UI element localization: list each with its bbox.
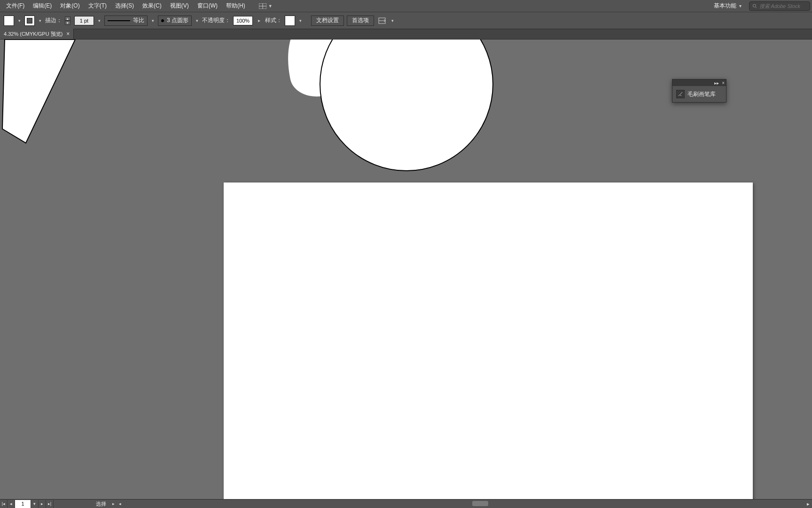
stroke-weight-menu[interactable]: ▾	[97, 16, 102, 26]
last-artboard-button[interactable]: ▸|	[46, 500, 54, 508]
search-icon	[752, 3, 757, 9]
menu-file[interactable]: 文件(F)	[2, 0, 29, 12]
panel-title: 毛刷画笔库	[687, 90, 716, 98]
preferences-button[interactable]: 首选项	[347, 16, 374, 26]
profile-label: 等比	[133, 16, 144, 24]
menu-edit[interactable]: 编辑(E)	[29, 0, 56, 12]
menu-type[interactable]: 文字(T)	[84, 0, 111, 12]
variable-width-profile[interactable]: 等比	[104, 16, 148, 26]
arrange-documents-button[interactable]: ▼	[256, 0, 275, 12]
canvas[interactable]	[0, 40, 812, 499]
status-bar: |◂ ◂ 1 ▾ ▸ ▸| 选择 ▸◂ ▸	[0, 499, 812, 508]
arrange-documents-icon	[259, 3, 266, 9]
document-tab-strip: 4.32% (CMYK/GPU 预览) ×	[0, 29, 812, 40]
opacity-field[interactable]: 100%	[233, 16, 253, 25]
scroll-right-button[interactable]: ▸	[804, 501, 812, 507]
svg-point-3	[753, 4, 756, 7]
brush-library-panel[interactable]: ▸▸ × 毛刷画笔库	[672, 79, 726, 103]
opacity-flyout[interactable]: ▸	[256, 16, 262, 26]
workspace-switcher[interactable]: 基本功能 ▾	[710, 2, 745, 10]
menu-object[interactable]: 对象(O)	[56, 0, 84, 12]
document-setup-button[interactable]: 文档设置	[311, 16, 344, 26]
vector-ellipse[interactable]	[320, 40, 493, 171]
stroke-swatch-menu[interactable]: ▾	[38, 16, 42, 26]
close-icon[interactable]: ×	[66, 31, 70, 37]
menu-select[interactable]: 选择(S)	[111, 0, 138, 12]
fill-swatch[interactable]	[4, 16, 14, 26]
brush-menu[interactable]: ▾	[195, 16, 199, 26]
menu-window[interactable]: 窗口(W)	[193, 0, 222, 12]
menu-bar: 文件(F) 编辑(E) 对象(O) 文字(T) 选择(S) 效果(C) 视图(V…	[0, 0, 812, 12]
graphic-style-swatch[interactable]	[285, 16, 295, 26]
vector-triangle[interactable]	[0, 40, 80, 148]
chevron-down-icon: ▾	[739, 3, 742, 8]
control-bar: ▾ ▾ 描边： ▴▾ 1 pt ▾ 等比 ▾ 3 点圆形 ▾ 不透明度： 100…	[0, 12, 812, 29]
document-tab[interactable]: 4.32% (CMYK/GPU 预览) ×	[0, 29, 74, 39]
stroke-weight-field[interactable]: 1 pt	[74, 16, 94, 25]
stroke-label: 描边：	[45, 16, 62, 24]
prev-artboard-button[interactable]: ◂	[8, 500, 15, 508]
align-icon	[378, 17, 386, 24]
style-menu[interactable]: ▾	[298, 16, 303, 26]
search-adobe-stock[interactable]	[749, 1, 810, 11]
svg-line-4	[756, 7, 757, 8]
scrollbar-thumb[interactable]	[472, 501, 488, 506]
stroke-swatch[interactable]	[24, 16, 35, 26]
brush-definition[interactable]: 3 点圆形	[158, 16, 192, 26]
artboard[interactable]	[224, 183, 753, 499]
style-label: 样式：	[265, 16, 282, 24]
brush-label: 3 点圆形	[167, 16, 188, 24]
brush-dot-icon	[161, 19, 164, 22]
first-artboard-button[interactable]: |◂	[0, 500, 8, 508]
collapse-icon[interactable]: ▸▸	[714, 80, 719, 86]
artboard-menu[interactable]: ▾	[31, 500, 39, 508]
menu-help[interactable]: 帮助(H)	[222, 0, 250, 12]
menu-effect[interactable]: 效果(C)	[138, 0, 166, 12]
brush-library-icon[interactable]	[676, 90, 685, 98]
document-tab-title: 4.32% (CMYK/GPU 预览)	[4, 31, 62, 38]
stroke-weight-stepper[interactable]: ▴▾	[65, 16, 70, 25]
search-input[interactable]	[759, 3, 807, 9]
chevron-down-icon: ▼	[268, 4, 273, 8]
panel-header[interactable]: ▸▸ ×	[672, 79, 726, 86]
stroke-profile-preview-icon	[108, 20, 130, 21]
artboard-number-field[interactable]: 1	[15, 500, 31, 508]
align-to-button[interactable]	[377, 16, 387, 26]
fill-swatch-menu[interactable]: ▾	[17, 16, 22, 26]
next-artboard-button[interactable]: ▸	[39, 500, 46, 508]
close-icon[interactable]: ×	[722, 80, 725, 86]
profile-menu[interactable]: ▾	[150, 16, 155, 26]
workspace-label: 基本功能	[714, 2, 736, 10]
menu-view[interactable]: 视图(V)	[166, 0, 193, 12]
opacity-label: 不透明度：	[202, 16, 230, 24]
align-menu[interactable]: ▾	[390, 16, 395, 26]
horizontal-scrollbar[interactable]	[82, 499, 803, 508]
